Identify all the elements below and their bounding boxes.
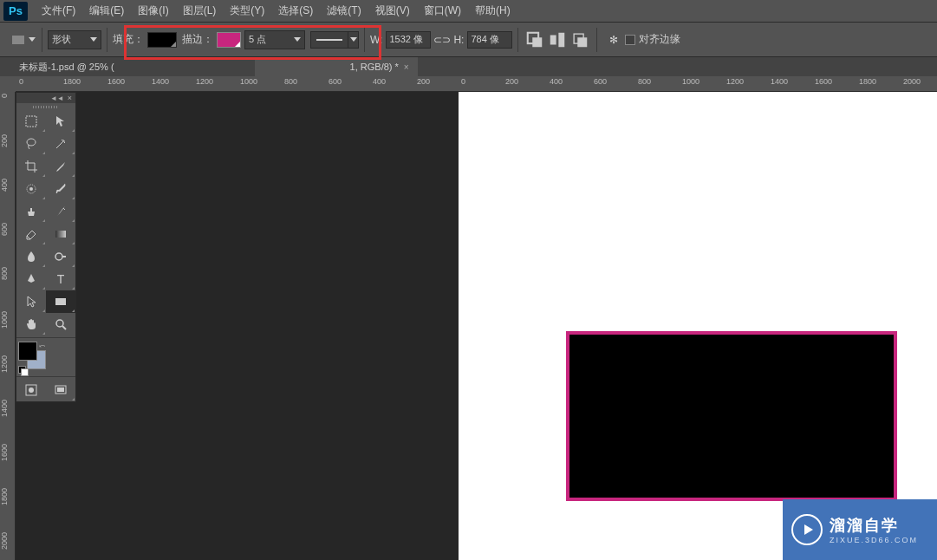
rectangle-tool[interactable]	[46, 290, 75, 313]
menu-filter[interactable]: 滤镜(T)	[320, 3, 368, 18]
canvas-background: 溜溜自学 ZIXUE.3D66.COM	[16, 92, 937, 560]
path-alignment-icon[interactable]	[548, 30, 567, 49]
height-input[interactable]	[467, 31, 512, 49]
close-icon[interactable]: ×	[404, 62, 409, 72]
ruler-tick: 200	[417, 77, 430, 86]
menu-edit[interactable]: 编辑(E)	[82, 3, 131, 18]
ruler-tick: 1600	[107, 77, 125, 86]
default-colors-icon[interactable]	[18, 366, 29, 374]
separator	[42, 28, 42, 52]
foreground-color-swatch[interactable]	[18, 342, 37, 361]
svg-point-14	[56, 320, 63, 327]
lasso-tool[interactable]	[16, 133, 46, 155]
healing-brush-tool[interactable]	[16, 178, 46, 200]
path-operations-icon[interactable]	[525, 30, 544, 49]
eyedropper-tool[interactable]	[46, 155, 75, 178]
clone-stamp-tool[interactable]	[16, 200, 46, 223]
screen-mode-tool[interactable]	[46, 379, 75, 401]
menu-window[interactable]: 窗口(W)	[417, 3, 468, 18]
ruler-tick: 200	[505, 77, 518, 86]
svg-point-7	[27, 139, 36, 146]
shape-mode-dropdown[interactable]: 形状	[48, 30, 101, 49]
width-label: W:	[370, 34, 382, 46]
ruler-tick: 2000	[903, 77, 921, 86]
menu-file[interactable]: 文件(F)	[35, 3, 82, 18]
document-tab-1[interactable]: 未标题-1.psd @ 25% (	[10, 57, 253, 76]
link-wh-icon[interactable]: ⊂⊃	[433, 30, 452, 49]
menu-type[interactable]: 类型(Y)	[223, 3, 271, 18]
main-area: 0 200 400 600 800 1000 1200 1400 1600 18…	[0, 92, 937, 560]
crop-tool[interactable]	[16, 155, 46, 178]
ruler-tick: 1600	[1, 444, 8, 461]
ruler-tick: 0	[461, 77, 465, 86]
svg-rect-3	[559, 32, 565, 47]
fill-label: 填充：	[113, 32, 144, 47]
gear-icon[interactable]: ✻	[604, 30, 623, 49]
svg-point-9	[29, 187, 33, 191]
ruler-tick: 1600	[815, 77, 832, 86]
ruler-tick: 600	[1, 223, 8, 236]
tool-preset-picker[interactable]	[9, 30, 28, 49]
close-icon[interactable]: ×	[68, 94, 72, 102]
stroke-color-picker[interactable]	[217, 32, 241, 48]
separator	[596, 28, 597, 52]
ruler-tick: 1000	[682, 77, 699, 86]
zoom-tool[interactable]	[46, 313, 75, 335]
stroke-style-dropdown[interactable]	[310, 31, 348, 49]
blur-tool[interactable]	[16, 245, 46, 268]
ruler-tick: 600	[329, 77, 342, 86]
swap-colors-icon[interactable]: ⤺	[39, 342, 46, 350]
fill-color-picker[interactable]	[147, 32, 177, 48]
color-swatches[interactable]: ⤺	[18, 342, 48, 374]
gradient-tool[interactable]	[46, 223, 75, 245]
align-edges-checkbox[interactable]	[625, 35, 635, 45]
pen-tool[interactable]	[16, 268, 46, 290]
history-brush-tool[interactable]	[46, 200, 75, 223]
ruler-tick: 1400	[1, 400, 8, 417]
menu-select[interactable]: 选择(S)	[271, 3, 320, 18]
grip-icon[interactable]	[16, 103, 75, 110]
svg-rect-6	[26, 116, 36, 127]
ruler-tick: 1800	[63, 77, 81, 86]
canvas[interactable]: 溜溜自学 ZIXUE.3D66.COM	[459, 92, 937, 560]
app-logo: Ps	[3, 2, 28, 21]
document-tab-2[interactable]: 1, RGB/8) * ×	[255, 57, 418, 76]
stroke-width-dropdown[interactable]: 5 点	[244, 30, 305, 49]
tool-preset-dropdown[interactable]	[28, 30, 36, 49]
separator	[517, 28, 518, 52]
ruler-tick: 1200	[726, 77, 744, 86]
ruler-horizontal[interactable]: 0 1800 1600 1400 1200 1000 800 600 400 2…	[16, 76, 937, 92]
marquee-tool[interactable]	[16, 110, 46, 133]
ruler-vertical[interactable]: 0 200 400 600 800 1000 1200 1400 1600 18…	[0, 92, 16, 560]
menu-layer[interactable]: 图层(L)	[176, 3, 224, 18]
stroke-style-arrow[interactable]	[348, 31, 359, 49]
menu-view[interactable]: 视图(V)	[368, 3, 417, 18]
dodge-tool[interactable]	[46, 245, 75, 268]
type-tool[interactable]: T	[46, 268, 75, 290]
svg-text:T: T	[57, 272, 65, 286]
hand-tool[interactable]	[16, 313, 46, 335]
stroke-label: 描边：	[182, 32, 213, 47]
document-tabs: 未标题-1.psd @ 25% ( 1, RGB/8) * ×	[0, 57, 937, 76]
magic-wand-tool[interactable]	[46, 133, 75, 155]
ruler-tick: 400	[550, 77, 563, 86]
menu-image[interactable]: 图像(I)	[131, 3, 175, 18]
ruler-tick: 1000	[1, 311, 8, 329]
rectangle-shape[interactable]	[566, 331, 897, 501]
path-selection-tool[interactable]	[16, 290, 46, 313]
collapse-icon[interactable]: ◄◄	[50, 94, 64, 102]
width-input[interactable]	[386, 31, 431, 49]
quick-mask-tool[interactable]	[16, 379, 46, 401]
svg-point-11	[55, 253, 62, 260]
eraser-tool[interactable]	[16, 223, 46, 245]
move-tool[interactable]	[46, 110, 75, 133]
separator	[107, 28, 107, 52]
ruler-tick: 400	[1, 179, 8, 192]
separator	[364, 28, 365, 52]
ruler-tick: 400	[373, 77, 386, 86]
menu-help[interactable]: 帮助(H)	[468, 3, 517, 18]
brush-tool[interactable]	[46, 178, 75, 200]
ruler-tick: 1200	[1, 355, 8, 373]
path-arrangement-icon[interactable]	[570, 30, 589, 49]
watermark-title: 溜溜自学	[830, 515, 918, 536]
